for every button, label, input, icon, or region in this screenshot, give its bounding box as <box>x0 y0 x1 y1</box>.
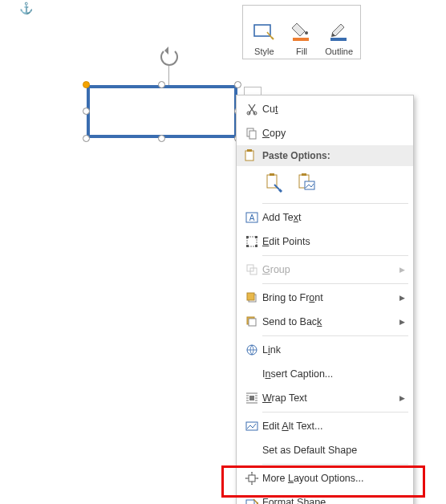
selected-shape[interactable] <box>87 85 237 138</box>
svg-rect-0 <box>254 25 270 36</box>
handle-bottom-middle[interactable] <box>158 135 165 142</box>
rotate-handle-icon[interactable] <box>160 48 178 66</box>
style-icon <box>252 19 276 43</box>
handle-top-right[interactable] <box>234 81 241 88</box>
fill-label: Fill <box>296 47 307 56</box>
svg-text:A: A <box>249 213 255 222</box>
handle-middle-left[interactable] <box>83 108 90 115</box>
copy-icon <box>241 127 262 140</box>
context-menu: Cut Copy Paste Options: A Add Text Edit … <box>236 95 414 504</box>
add-text-icon: A <box>241 211 262 224</box>
style-button[interactable]: Style <box>248 9 281 56</box>
submenu-arrow-icon: ▶ <box>399 294 405 302</box>
menu-wrap-text-label: Wrap Text <box>262 392 399 404</box>
paste-options-header: Paste Options: <box>237 145 413 166</box>
paste-option-keep-formatting[interactable] <box>262 171 286 195</box>
menu-wrap-text[interactable]: Wrap Text ▶ <box>237 386 413 410</box>
menu-cut-label: Cut <box>262 104 405 115</box>
fill-icon <box>290 19 314 43</box>
menu-insert-caption[interactable]: Insert Caption... <box>237 362 413 386</box>
menu-edit-points-label: Edit Points <box>262 236 405 247</box>
menu-format-shape[interactable]: Format Shape... <box>237 490 413 504</box>
svg-rect-11 <box>270 173 274 176</box>
menu-group-label: Group <box>262 264 399 275</box>
outline-icon <box>327 19 351 43</box>
svg-rect-32 <box>246 500 254 504</box>
rotate-stem <box>168 66 169 85</box>
svg-rect-25 <box>247 293 254 300</box>
send-to-back-icon <box>241 315 262 328</box>
separator <box>262 255 408 256</box>
paste-option-picture[interactable] <box>294 171 318 195</box>
handle-top-left[interactable] <box>83 81 90 88</box>
menu-more-layout-label: More Layout Options... <box>262 473 405 484</box>
menu-format-shape-label: Format Shape... <box>262 497 405 504</box>
style-label: Style <box>254 47 274 56</box>
menu-set-default-label: Set as Default Shape <box>262 445 405 456</box>
menu-add-text-label: Add Text <box>262 212 405 223</box>
svg-rect-3 <box>330 38 347 41</box>
separator <box>262 412 408 413</box>
menu-copy[interactable]: Copy <box>237 121 413 145</box>
alt-text-icon <box>241 420 262 433</box>
wrap-text-icon <box>241 392 262 404</box>
svg-rect-18 <box>246 236 249 238</box>
svg-rect-9 <box>247 149 252 152</box>
submenu-arrow-icon: ▶ <box>399 318 405 326</box>
menu-link-label: Link <box>262 344 405 356</box>
group-icon <box>241 263 262 276</box>
edit-points-icon <box>241 235 262 248</box>
rectangle-shape[interactable] <box>87 85 237 138</box>
menu-insert-caption-label: Insert Caption... <box>262 368 405 380</box>
paste-options-label: Paste Options: <box>262 150 330 161</box>
svg-rect-27 <box>249 319 256 326</box>
menu-bring-to-front[interactable]: Bring to Front ▶ <box>237 286 413 310</box>
handle-bottom-left[interactable] <box>83 135 90 142</box>
menu-send-to-back[interactable]: Send to Back ▶ <box>237 310 413 334</box>
menu-more-layout-options[interactable]: More Layout Options... <box>237 466 413 490</box>
svg-rect-21 <box>255 245 257 247</box>
menu-link[interactable]: Link <box>237 338 413 362</box>
submenu-arrow-icon: ▶ <box>399 266 405 274</box>
cut-icon <box>241 103 262 116</box>
svg-rect-2 <box>293 38 309 41</box>
outline-label: Outline <box>325 47 353 56</box>
svg-rect-30 <box>246 422 257 430</box>
bring-to-front-icon <box>241 291 262 304</box>
svg-rect-8 <box>245 151 253 161</box>
separator <box>262 203 408 204</box>
menu-set-default-shape[interactable]: Set as Default Shape <box>237 438 413 462</box>
anchor-icon: ⚓ <box>19 2 33 14</box>
menu-group: Group ▶ <box>237 258 413 282</box>
menu-edit-alt-text[interactable]: Edit Alt Text... <box>237 414 413 438</box>
svg-rect-31 <box>249 475 255 482</box>
menu-add-text[interactable]: A Add Text <box>237 205 413 230</box>
separator <box>262 464 408 465</box>
menu-bring-to-front-label: Bring to Front <box>262 292 399 303</box>
menu-copy-label: Copy <box>262 128 405 139</box>
svg-rect-29 <box>249 396 254 400</box>
menu-cut[interactable]: Cut <box>237 97 413 121</box>
menu-edit-alt-text-label: Edit Alt Text... <box>262 421 405 432</box>
separator <box>262 335 408 336</box>
fill-button[interactable]: Fill <box>286 9 318 56</box>
paste-options-row <box>237 166 413 201</box>
submenu-arrow-icon: ▶ <box>399 394 405 402</box>
menu-edit-points[interactable]: Edit Points <box>237 230 413 254</box>
svg-rect-20 <box>246 245 249 247</box>
menu-send-to-back-label: Send to Back <box>262 316 399 327</box>
outline-button[interactable]: Outline <box>322 9 355 56</box>
svg-point-1 <box>305 31 308 35</box>
handle-top-middle[interactable] <box>158 81 165 88</box>
svg-rect-19 <box>255 236 257 238</box>
mini-toolbar: Style Fill Outline <box>242 5 361 59</box>
separator <box>262 283 408 284</box>
more-layout-icon <box>241 472 262 485</box>
svg-rect-13 <box>302 173 306 176</box>
format-shape-icon <box>241 496 262 504</box>
svg-rect-7 <box>249 131 256 139</box>
link-icon <box>241 343 262 356</box>
